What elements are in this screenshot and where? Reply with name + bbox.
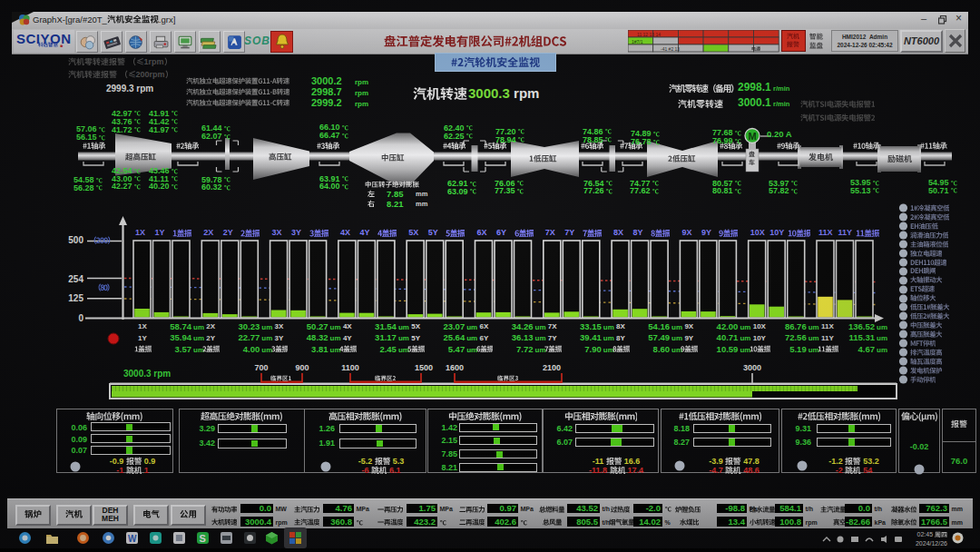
svg-text:S: S (200, 533, 206, 544)
svg-text:W: W (128, 534, 137, 544)
